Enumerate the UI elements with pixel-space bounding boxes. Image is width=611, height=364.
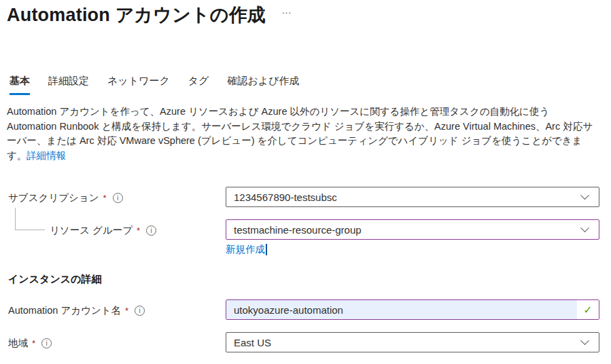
subscription-label-row: サブスクリプション * i [8, 192, 123, 204]
tab-tags[interactable]: タグ [188, 75, 209, 95]
resource-group-select[interactable]: testmachine-resource-group [226, 219, 599, 240]
info-icon[interactable]: i [41, 338, 52, 348]
subscription-select[interactable]: 1234567890-testsubsc [226, 187, 599, 207]
create-new-link[interactable]: 新規作成 [226, 243, 265, 256]
account-name-label-row: Automation アカウント名 * i [8, 304, 145, 316]
parent-child-connector-line [15, 208, 45, 230]
required-asterisk: * [137, 225, 140, 236]
tab-networking[interactable]: ネットワーク [107, 75, 170, 95]
page-title: Automation アカウントの作成 [7, 3, 266, 27]
chevron-down-icon [580, 336, 589, 345]
tab-advanced[interactable]: 詳細設定 [48, 75, 89, 95]
text-cursor [266, 244, 267, 255]
subscription-value: 1234567890-testsubsc [226, 192, 582, 203]
info-icon[interactable]: i [113, 193, 123, 203]
region-value: East US [226, 337, 582, 348]
learn-more-link[interactable]: 詳細情報 [27, 150, 66, 161]
create-new-row: 新規作成 [226, 243, 267, 256]
chevron-down-icon [580, 191, 589, 200]
account-name-input[interactable]: utokyoazure-automation ✓ [226, 299, 599, 320]
required-asterisk: * [103, 193, 107, 203]
region-label-row: 地域 * i [8, 337, 52, 349]
check-icon: ✓ [583, 304, 592, 316]
account-name-label: Automation アカウント名 [8, 304, 121, 317]
tab-basics[interactable]: 基本 [10, 75, 30, 95]
instance-details-header: インスタンスの詳細 [8, 273, 101, 286]
resource-group-label-row: リソース グループ * i [50, 224, 156, 236]
page-description: Automation アカウントを作って、Azure リソースおよび Azure… [7, 105, 601, 163]
wizard-tabs: 基本 詳細設定 ネットワーク タグ 確認および作成 [10, 75, 300, 95]
region-label: 地域 [8, 337, 28, 350]
tab-review-create[interactable]: 確認および作成 [227, 75, 299, 95]
info-icon[interactable]: i [135, 306, 145, 316]
info-icon[interactable]: i [146, 225, 156, 236]
resource-group-label: リソース グループ [50, 224, 133, 237]
description-text: Automation アカウントを作って、Azure リソースおよび Azure… [7, 106, 593, 161]
create-automation-account-page: Automation アカウントの作成 … 基本 詳細設定 ネットワーク タグ … [0, 0, 611, 364]
required-asterisk: * [125, 306, 128, 316]
validation-check-area: ✓ [577, 300, 599, 319]
account-name-value: utokyoazure-automation [226, 300, 577, 319]
required-asterisk: * [32, 338, 35, 348]
subscription-label: サブスクリプション [8, 192, 99, 204]
resource-group-value: testmachine-resource-group [226, 224, 582, 236]
region-select[interactable]: East US [226, 332, 599, 352]
more-options-button[interactable]: … [281, 4, 293, 16]
chevron-down-icon [580, 223, 589, 232]
